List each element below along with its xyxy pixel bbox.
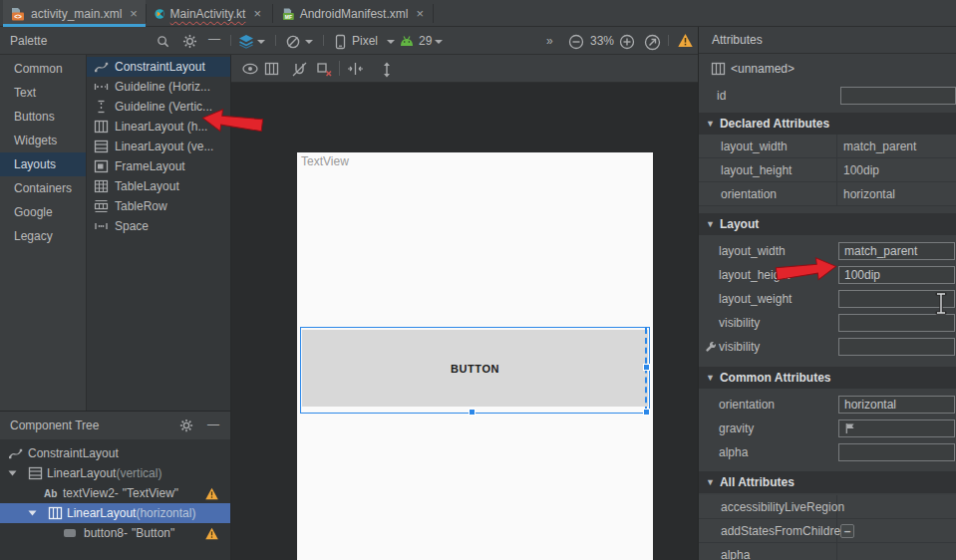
chevron-down-icon[interactable] — [305, 40, 313, 44]
zoom-in-icon[interactable] — [619, 34, 635, 50]
attribute-value[interactable]: horizontal — [843, 182, 895, 206]
visibility-input[interactable] — [838, 314, 955, 332]
close-icon[interactable]: × — [130, 6, 138, 21]
attribute-row[interactable]: layout_width match_parent — [699, 135, 956, 158]
section-all-attributes[interactable]: ▼ All Attributes — [699, 471, 956, 493]
button-widget[interactable]: BUTTON — [302, 330, 648, 407]
toolbar-overflow-icon[interactable]: » — [546, 34, 553, 48]
expand-arrow-icon[interactable] — [9, 471, 17, 476]
view-options-eye-icon[interactable] — [241, 62, 259, 76]
attribute-value[interactable]: match_parent — [843, 135, 916, 158]
api-level[interactable]: 29 — [419, 34, 432, 48]
tristate-checkbox[interactable]: – — [840, 524, 854, 538]
orientation-icon[interactable] — [285, 34, 301, 50]
section-declared-attributes[interactable]: ▼ Declared Attributes — [699, 113, 956, 135]
attribute-label: visibility — [719, 311, 760, 335]
palette-item-tablelayout[interactable]: TableLayout — [87, 176, 230, 196]
attribute-row[interactable]: alpha — [699, 543, 956, 560]
zoom-to-fit-icon[interactable] — [644, 34, 661, 51]
collapse-triangle-icon[interactable]: ▼ — [706, 477, 715, 487]
tree-node-linearlayout-horizontal-selected[interactable]: LinearLayout(horizontal) — [0, 503, 230, 523]
tree-node-text: "TextView" — [123, 486, 178, 500]
attribute-value[interactable]: 100dip — [843, 158, 879, 182]
resize-handle-bottom-right[interactable] — [643, 409, 650, 416]
layout-height-input[interactable]: 100dip — [838, 266, 955, 284]
attribute-row[interactable]: addStatesFromChildren – — [699, 519, 956, 543]
expand-arrow-icon[interactable] — [29, 511, 37, 516]
palette-category-common[interactable]: Common — [0, 57, 86, 81]
design-surface-mode-icon[interactable] — [238, 34, 254, 49]
section-layout[interactable]: ▼ Layout — [699, 213, 956, 235]
component-name: <unnamed> — [731, 57, 795, 81]
section-common-attributes[interactable]: ▼ Common Attributes — [699, 367, 956, 389]
tab-mainactivity-kt[interactable]: MainActivity.kt × — [148, 0, 268, 27]
layout-width-input[interactable]: match_parent — [838, 242, 955, 260]
device-name[interactable]: Pixel — [352, 34, 378, 48]
id-attribute-row: id — [699, 84, 956, 108]
gear-icon[interactable] — [179, 419, 193, 432]
orientation-input[interactable]: horizontal — [838, 396, 955, 414]
palette-item-linearlayout-vertical[interactable]: LinearLayout (ve... — [87, 137, 230, 156]
gear-icon[interactable] — [182, 34, 197, 49]
gravity-input[interactable] — [838, 420, 955, 437]
clear-constraints-icon[interactable] — [316, 62, 333, 78]
palette-category-google[interactable]: Google — [0, 200, 86, 224]
tree-node-constraintlayout[interactable]: ConstraintLayout — [0, 443, 230, 463]
palette-item-constraintlayout[interactable]: ConstraintLayout — [87, 57, 230, 77]
chevron-down-icon[interactable] — [257, 40, 265, 44]
search-icon[interactable] — [156, 34, 170, 49]
palette-item-label: FrameLayout — [115, 159, 185, 173]
palette-item-linearlayout-horizontal[interactable]: LinearLayout (h... — [87, 117, 230, 137]
section-title: Layout — [720, 217, 759, 231]
palette-item-guideline-horizontal[interactable]: Guideline (Horiz... — [87, 77, 230, 97]
attribute-row[interactable]: layout_height 100dip — [699, 158, 956, 182]
palette-category-containers[interactable]: Containers — [0, 176, 86, 200]
palette-panel: Common Text Buttons Widgets Layouts Cont… — [0, 55, 231, 411]
device-phone-icon[interactable] — [334, 34, 347, 50]
palette-category-legacy[interactable]: Legacy — [0, 224, 86, 248]
id-input[interactable] — [840, 87, 956, 105]
tab-activity-main-xml[interactable]: <> activity_main.xml × — [3, 0, 146, 27]
resize-handle-bottom[interactable] — [469, 409, 476, 416]
default-margins-icon[interactable] — [347, 62, 364, 76]
hide-tree-icon[interactable]: — — [207, 418, 219, 431]
hide-palette-icon[interactable]: — — [208, 32, 220, 46]
expand-vertical-icon[interactable] — [381, 62, 393, 78]
attribute-label: alpha — [719, 440, 748, 464]
tree-node-linearlayout-vertical[interactable]: LinearLayout(vertical) — [0, 463, 230, 483]
tree-node-textview2[interactable]: Ab textView2- "TextView" — [0, 483, 230, 503]
layout-weight-input[interactable] — [838, 290, 955, 308]
palette-category-layouts[interactable]: Layouts — [0, 152, 86, 176]
all-attributes-table: accessibilityLiveRegion addStatesFromChi… — [699, 495, 956, 560]
textview-widget[interactable]: TextView — [301, 154, 349, 168]
linearlayout-orientation-icon[interactable] — [264, 62, 279, 76]
attribute-row[interactable]: accessibilityLiveRegion — [699, 495, 956, 519]
warning-icon[interactable] — [677, 33, 694, 48]
chevron-down-icon[interactable] — [387, 40, 395, 44]
tab-androidmanifest-xml[interactable]: MF AndroidManifest.xml × — [275, 0, 431, 27]
tree-node-button8[interactable]: button8- "Button" — [0, 523, 230, 543]
palette-item-tablerow[interactable]: TableRow — [87, 196, 230, 216]
palette-item-guideline-vertical[interactable]: Guideline (Vertic... — [87, 97, 230, 117]
collapse-triangle-icon[interactable]: ▼ — [706, 119, 715, 129]
attribute-label: gravity — [719, 417, 754, 440]
zoom-out-icon[interactable] — [568, 34, 584, 50]
collapse-triangle-icon[interactable]: ▼ — [706, 219, 715, 229]
palette-category-buttons[interactable]: Buttons — [0, 105, 86, 129]
palette-category-widgets[interactable]: Widgets — [0, 129, 86, 152]
attribute-row[interactable]: orientation horizontal — [699, 182, 956, 206]
palette-category-text[interactable]: Text — [0, 81, 86, 105]
close-icon[interactable]: × — [416, 6, 424, 21]
resize-handle-right[interactable] — [643, 364, 650, 371]
palette-item-framelayout[interactable]: FrameLayout — [87, 156, 230, 176]
palette-item-space[interactable]: Space — [87, 216, 230, 236]
autoconnect-off-magnet-icon[interactable] — [291, 62, 308, 78]
android-api-icon[interactable] — [399, 36, 415, 47]
constraintlayout-icon — [8, 446, 23, 460]
device-screen-canvas[interactable]: TextView BUTTON — [297, 152, 653, 560]
close-icon[interactable]: × — [253, 6, 261, 21]
tools-visibility-input[interactable] — [838, 338, 955, 356]
collapse-triangle-icon[interactable]: ▼ — [706, 373, 715, 383]
chevron-down-icon[interactable] — [435, 40, 443, 44]
alpha-input[interactable] — [838, 443, 955, 461]
